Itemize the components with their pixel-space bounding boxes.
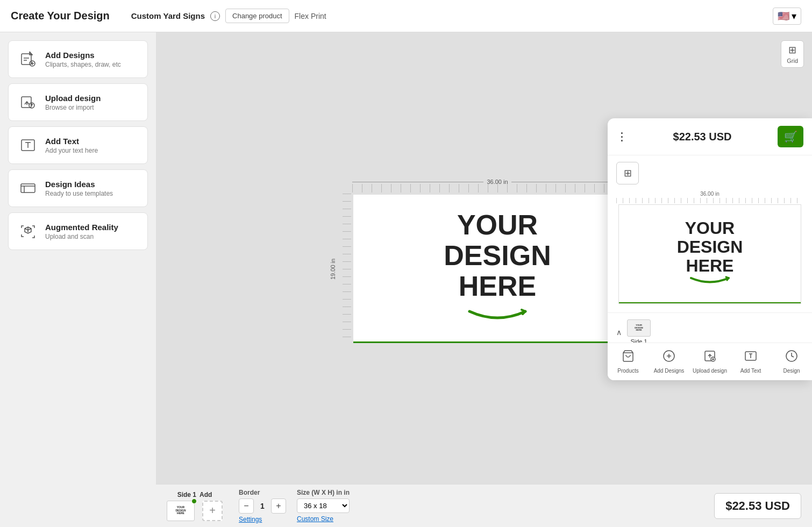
add-side-button[interactable]: + [202, 501, 223, 521]
ar-icon [18, 222, 38, 241]
mobile-nav-upload-label: Upload design [693, 368, 727, 374]
page-title: Create Your Design [11, 10, 110, 22]
upload-design-title: Upload design [45, 94, 101, 103]
border-section: Border − 1 + Settings [239, 489, 286, 523]
custom-size-link[interactable]: Custom Size [297, 515, 350, 523]
change-product-button[interactable]: Change product [225, 9, 289, 23]
add-text-title: Add Text [45, 137, 98, 146]
header: Create Your Design Custom Yard Signs i C… [0, 0, 812, 32]
sidebar: Add Designs Cliparts, shapes, draw, etc … [0, 32, 156, 527]
mobile-add-designs-icon [663, 350, 675, 366]
qty-increase-button[interactable]: + [271, 498, 286, 514]
sidebar-item-upload-design[interactable]: Upload design Browse or import [8, 83, 148, 121]
grid-toggle-button[interactable]: ⊞ Grid [781, 40, 804, 68]
grid-icon: ⊞ [788, 44, 796, 56]
add-label: Add [200, 491, 212, 498]
grid-panel-icon: ⊞ [624, 167, 632, 179]
design-ideas-title: Design Ideas [45, 180, 113, 189]
bottom-bar: Side 1 Add YOURDESIGNHERE + Border − 1 + [156, 484, 812, 527]
mobile-nav-add-designs-label: Add Designs [654, 368, 685, 374]
mobile-bottom-nav: Products Add Designs Upload [608, 343, 812, 380]
language-selector[interactable]: 🇺🇸 ▾ [773, 8, 801, 25]
mobile-panel: ⋮ $22.53 USD 🛒 ⊞ 36.00 in YOUR DESIGN HE… [608, 118, 812, 380]
canvas-bottom-border [353, 341, 642, 343]
side-thumbnail-wrap[interactable]: YOURDESIGNHERE [167, 501, 195, 521]
mobile-nav-design-ideas[interactable]: Design [771, 350, 812, 374]
cart-icon: 🛒 [784, 130, 797, 143]
design-canvas: YOUR DESIGN HERE [352, 194, 643, 344]
more-options-button[interactable]: ⋮ [616, 130, 627, 143]
mobile-nav-upload-design[interactable]: Upload design [689, 350, 730, 374]
border-label: Border [239, 489, 286, 496]
quantity-stepper: − 1 + [239, 498, 286, 514]
product-name: Custom Yard Signs [131, 11, 205, 20]
dropdown-arrow: ▾ [792, 10, 796, 22]
mobile-nav-add-text[interactable]: Add Text [730, 350, 771, 374]
price-display: $22.53 USD [714, 493, 801, 519]
mobile-upload-icon [703, 350, 716, 366]
svg-rect-5 [21, 184, 35, 193]
active-side-indicator [191, 498, 197, 504]
panel-design-canvas: YOUR DESIGN HERE [618, 204, 801, 304]
mobile-panel-header: ⋮ $22.53 USD 🛒 [608, 118, 812, 155]
panel-side-row: ∧ YOURDESIGNHERE Side 1 [616, 319, 803, 345]
design-ideas-icon [18, 179, 38, 198]
mobile-add-text-icon [744, 350, 757, 366]
design-ideas-sub: Ready to use templates [45, 190, 113, 197]
panel-chevron-up[interactable]: ∧ [616, 328, 622, 337]
sidebar-item-add-designs[interactable]: Add Designs Cliparts, shapes, draw, etc [8, 40, 148, 78]
upload-design-icon [18, 92, 38, 112]
side-label: Side 1 [177, 491, 196, 498]
mobile-nav-products-label: Products [617, 368, 638, 374]
ar-title: Augmented Reality [45, 223, 118, 232]
side-preview-section: Side 1 Add YOURDESIGNHERE + [167, 491, 223, 521]
mobile-nav-add-text-label: Add Text [740, 368, 761, 374]
size-section: Size (W X H) in in 36 x 18 Custom Size [297, 489, 350, 523]
add-designs-title: Add Designs [45, 51, 121, 60]
side-thumbnail: YOURDESIGNHERE [167, 501, 195, 521]
panel-side-thumb: YOURDESIGNHERE [627, 319, 651, 337]
upload-design-sub: Browse or import [45, 104, 101, 111]
price-section: $22.53 USD [714, 493, 801, 519]
panel-amazon-smile [688, 275, 731, 289]
grid-panel-button[interactable]: ⊞ [616, 162, 639, 184]
panel-placeholder-text: YOUR DESIGN HERE [677, 219, 743, 276]
header-center: Custom Yard Signs i Change product Flex … [131, 9, 326, 23]
add-designs-sub: Cliparts, shapes, draw, etc [45, 61, 121, 68]
qty-decrease-button[interactable]: − [239, 498, 254, 514]
sidebar-item-add-text[interactable]: Add Text Add your text here [8, 126, 148, 164]
add-text-sub: Add your text here [45, 147, 98, 154]
settings-link[interactable]: Settings [239, 516, 286, 523]
panel-ruler-top: 36.00 in [616, 191, 803, 197]
products-icon [622, 350, 635, 366]
panel-canvas-wrapper: 36.00 in YOUR DESIGN HERE [608, 191, 812, 312]
flag-icon: 🇺🇸 [778, 10, 789, 22]
info-icon[interactable]: i [210, 11, 220, 21]
sidebar-item-augmented-reality[interactable]: Augmented Reality Upload and scan [8, 212, 148, 250]
mobile-nav-design-label: Design [783, 368, 800, 374]
grid-label: Grid [787, 58, 798, 64]
ar-sub: Upload and scan [45, 233, 118, 240]
amazon-smile-icon [465, 307, 530, 328]
add-designs-icon [18, 49, 38, 69]
dimension-height-label: 19.00 in [330, 194, 336, 344]
size-label: Size (W X H) in in [297, 489, 350, 496]
sidebar-item-design-ideas[interactable]: Design Ideas Ready to use templates [8, 169, 148, 207]
mobile-panel-price: $22.53 USD [673, 131, 732, 143]
size-selector[interactable]: 36 x 18 [297, 498, 350, 513]
flex-print-label: Flex Print [295, 12, 326, 20]
mobile-design-icon [785, 350, 798, 366]
add-to-cart-button[interactable]: 🛒 [778, 126, 803, 147]
qty-value: 1 [257, 502, 268, 510]
mobile-nav-products[interactable]: Products [608, 350, 649, 374]
canvas-placeholder-text: YOUR DESIGN HERE [444, 210, 551, 302]
mobile-nav-add-designs[interactable]: Add Designs [649, 350, 689, 374]
panel-canvas-bottom-border [619, 302, 801, 303]
panel-side-thumb-wrap[interactable]: YOURDESIGNHERE Side 1 [627, 319, 651, 345]
add-text-icon [18, 136, 38, 155]
